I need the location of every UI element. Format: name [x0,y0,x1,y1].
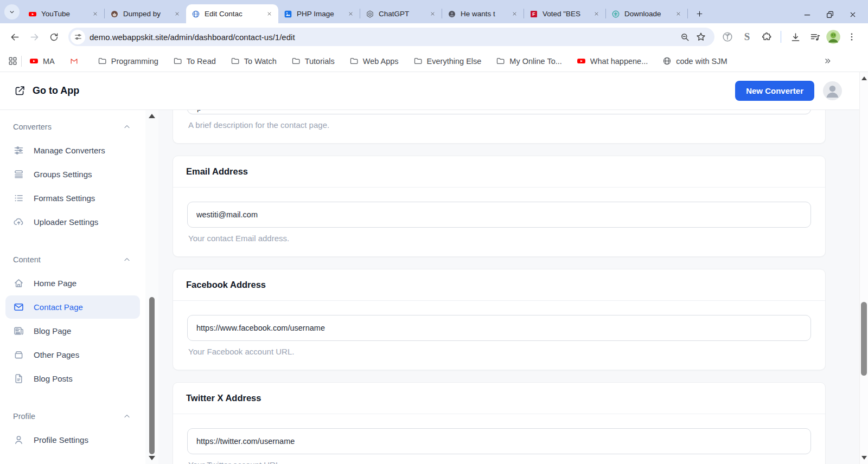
close-icon[interactable] [90,9,100,19]
tab-php-image[interactable]: PHP Image [278,4,360,23]
tab-title: YouTube [41,10,88,18]
page-scrollbar-thumb[interactable] [861,302,867,376]
tab-he-wants[interactable]: He wants t [442,4,524,23]
tab-title: PHP Image [297,10,343,18]
sidebar-scrollbar-thumb[interactable] [149,297,155,454]
openai-icon [366,10,374,18]
close-icon[interactable] [591,9,601,19]
tab-edit-contact-active[interactable]: Edit Contac [186,4,278,23]
scroll-down-arrow-icon[interactable] [149,456,155,460]
tab-downloaded[interactable]: Downloade [606,4,687,23]
youtube-icon [28,10,37,18]
page-scrollbar[interactable] [859,72,868,464]
close-icon[interactable] [172,9,182,19]
tab-dumped-by[interactable]: Dumped by [105,4,186,23]
input-value-fragment: p [197,110,201,112]
close-icon[interactable] [673,9,683,19]
scroll-up-arrow-icon[interactable] [149,114,155,118]
description-input-clipped[interactable]: p [187,110,811,114]
tab-title: ChatGPT [379,10,425,18]
close-icon[interactable] [509,9,519,19]
tab-title: Dumped by [123,10,170,18]
scroll-down-arrow-icon[interactable] [861,456,867,460]
sidebar-scrollbar[interactable] [145,110,158,464]
scroll-up-arrow-icon[interactable] [861,76,867,80]
asterisk-icon [611,10,620,18]
monkey-avatar-icon [110,10,119,18]
dark-avatar-icon [448,10,456,18]
close-icon[interactable] [427,9,437,19]
f-badge-icon [529,10,538,18]
tab-chatgpt[interactable]: ChatGPT [360,4,442,23]
close-icon[interactable] [346,9,355,19]
close-icon[interactable] [264,9,274,19]
tab-title: Edit Contac [205,10,262,18]
globe-icon [192,10,200,18]
tab-title: Voted "BES [542,10,589,18]
tab-title: He wants t [461,10,507,18]
tab-youtube[interactable]: YouTube [23,4,104,23]
tab-title: Downloade [624,10,671,18]
image-icon [284,10,292,18]
tab-voted-best[interactable]: Voted "BES [524,4,605,23]
